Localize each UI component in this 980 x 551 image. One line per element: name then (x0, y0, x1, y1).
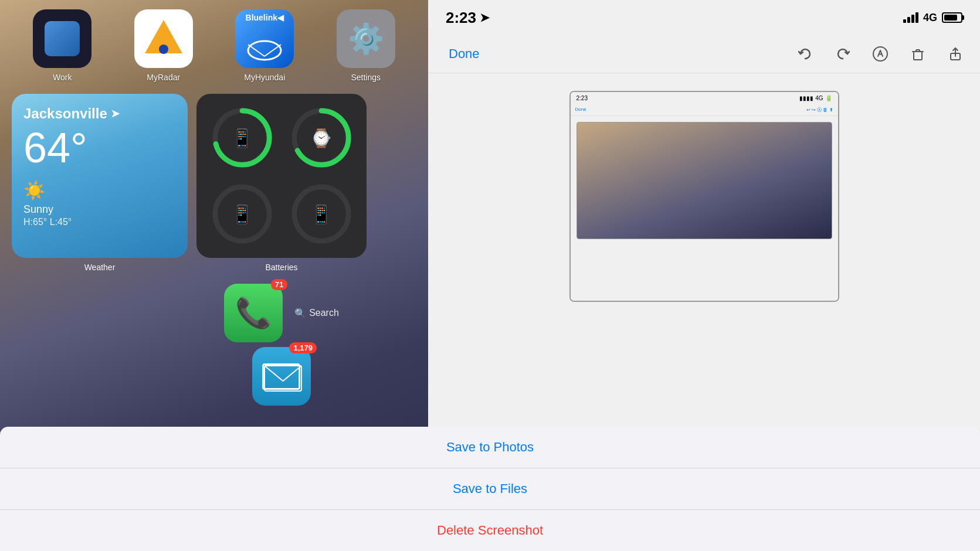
search-bar[interactable]: 🔍 Search (294, 308, 339, 319)
battery-empty-2-circle: 📱 (289, 182, 354, 246)
undo-button[interactable] (795, 44, 815, 64)
signal-bars-icon (903, 12, 918, 23)
weather-widget[interactable]: Jacksonville ➤ 64° ☀️ Sunny H:65° L:45° (12, 94, 188, 258)
status-time: 2:23 ➤ (446, 9, 490, 27)
app-myhyundai[interactable]: Bluelink◀ MyHyundai (226, 9, 303, 82)
signal-bar-2 (907, 17, 910, 23)
markup-icon (872, 46, 889, 62)
battery-watch: ⌚ (284, 103, 358, 173)
battery-phone: 📱 (205, 103, 279, 173)
action-sheet: Save to Photos Save to Files Delete Scre… (0, 427, 980, 551)
screenshot-frame: 2:23 ▮▮▮▮ 4G 🔋 Done ↩ ↪ Ⓐ 🗑 ⬆ (569, 91, 839, 302)
work-icon (33, 9, 91, 68)
phone-search-row: 📞 71 🔍 Search (224, 284, 339, 342)
batteries-container: 📱 ⌚ (196, 94, 367, 272)
4g-label: 4G (923, 12, 937, 24)
weather-city: Jacksonville ➤ (23, 106, 176, 122)
markup-button[interactable] (870, 44, 890, 64)
mail-svg (264, 365, 302, 392)
svg-rect-12 (265, 366, 301, 391)
settings-label: Settings (351, 73, 381, 82)
myhyundai-label: MyHyundai (244, 73, 285, 82)
app-work[interactable]: Work (24, 9, 100, 82)
myradar-svg (140, 15, 187, 62)
corner-bl (569, 290, 581, 302)
mail-envelope-icon (262, 363, 300, 390)
watch-battery-icon: ⌚ (310, 128, 332, 148)
empty-battery-2-icon: 📱 (310, 204, 332, 225)
svg-point-3 (248, 41, 281, 60)
phone-battery-icon: 📱 (231, 128, 253, 148)
mini-toolbar-icons: ↩ ↪ Ⓐ 🗑 ⬆ (806, 107, 833, 113)
phone-badge: 71 (271, 279, 287, 290)
search-label: Search (309, 308, 339, 318)
trash-button[interactable] (908, 44, 928, 64)
empty-battery-1-icon: 📱 (231, 204, 253, 225)
signal-bar-1 (903, 19, 906, 23)
battery-empty-2: 📱 (284, 179, 358, 249)
status-right: 4G (903, 12, 962, 24)
batteries-app-label: Batteries (265, 263, 297, 272)
weather-hilo: H:65° L:45° (23, 217, 176, 227)
mini-toolbar: Done ↩ ↪ Ⓐ 🗑 ⬆ (571, 104, 838, 116)
mini-status-bar: 2:23 ▮▮▮▮ 4G 🔋 (571, 92, 838, 104)
trash-icon (910, 46, 926, 62)
app-settings[interactable]: ⚙️ Settings (328, 9, 404, 82)
work-label: Work (53, 73, 72, 82)
location-arrow-status-icon: ➤ (480, 11, 490, 25)
myradar-label: MyRadar (147, 73, 180, 82)
svg-point-2 (159, 45, 168, 54)
search-icon: 🔍 (294, 308, 306, 319)
delete-screenshot-button[interactable]: Delete Screenshot (0, 510, 980, 551)
phone-symbol-icon: 📞 (235, 296, 272, 330)
bluelink-svg (244, 33, 285, 62)
location-arrow-icon: ➤ (111, 107, 120, 120)
mail-app-icon[interactable] (252, 347, 311, 406)
signal-bar-4 (915, 12, 918, 23)
center-column: 📞 71 🔍 Search (224, 284, 339, 406)
mini-preview-content (577, 122, 832, 239)
right-column: 📱 ⌚ (196, 94, 367, 406)
inner-screenshot-content: 2:23 ▮▮▮▮ 4G 🔋 Done ↩ ↪ Ⓐ 🗑 ⬆ (571, 92, 838, 301)
share-icon (947, 46, 964, 62)
weather-temp: 64° (23, 125, 176, 171)
corner-tl (569, 91, 581, 103)
redo-button[interactable] (833, 44, 853, 64)
settings-gear-icon: ⚙️ (350, 23, 382, 55)
redo-icon (835, 46, 851, 62)
bluelink-text: Bluelink◀ (235, 13, 294, 22)
save-to-files-button[interactable]: Save to Files (0, 468, 980, 510)
battery-watch-circle: ⌚ (289, 106, 354, 170)
battery-empty-1: 📱 (205, 179, 279, 249)
mail-badge: 1,179 (289, 342, 317, 353)
battery-empty-1-circle: 📱 (210, 182, 274, 246)
phone-app-container: 📞 71 (224, 284, 283, 342)
share-button[interactable] (945, 44, 965, 64)
corner-br (828, 290, 839, 302)
battery-fill (944, 15, 957, 21)
bluelink-icon: Bluelink◀ (235, 9, 294, 68)
weather-widget-container: Jacksonville ➤ 64° ☀️ Sunny H:65° L:45° … (12, 94, 188, 406)
save-to-photos-button[interactable]: Save to Photos (0, 427, 980, 468)
sun-icon: ☀️ (23, 180, 176, 200)
top-apps-row: Work MyRadar Bluelink◀ (0, 0, 428, 82)
phone-app-icon[interactable]: 📞 (224, 284, 283, 342)
undo-icon (797, 46, 813, 62)
widgets-row: Jacksonville ➤ 64° ☀️ Sunny H:65° L:45° … (0, 85, 428, 414)
battery-status-icon (942, 12, 962, 23)
status-bar: 2:23 ➤ 4G (428, 0, 980, 35)
right-panel: 2:23 ➤ 4G Done (428, 0, 980, 551)
settings-icon: ⚙️ (337, 9, 395, 68)
app-myradar[interactable]: MyRadar (126, 9, 202, 82)
myradar-icon (134, 9, 193, 68)
done-button[interactable]: Done (443, 43, 486, 64)
corner-tr (828, 91, 839, 103)
batteries-widget[interactable]: 📱 ⌚ (196, 94, 367, 258)
weather-condition: Sunny (23, 203, 176, 216)
editor-toolbar: Done (428, 35, 980, 73)
signal-bar-3 (911, 15, 914, 23)
svg-rect-25 (914, 52, 922, 60)
battery-phone-circle: 📱 (210, 106, 274, 170)
mini-signal-icon: ▮▮▮▮ (799, 95, 813, 101)
weather-app-label: Weather (84, 263, 116, 272)
